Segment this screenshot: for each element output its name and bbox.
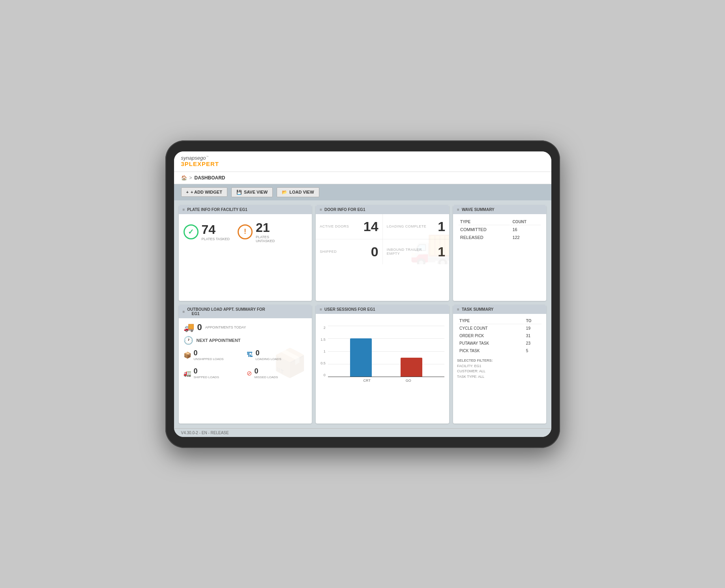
appointments-today-row: 🚚 0 APPOINTMENTS TODAY: [184, 322, 307, 332]
user-sessions-body: 2 1.5 1 0.5 0: [316, 314, 449, 386]
box-icon: 📦: [184, 351, 191, 359]
go-bar-group: [401, 358, 422, 377]
active-doors-cell: ACTIVE DOORS 14: [316, 214, 382, 239]
wave-summary-widget: ≡ WAVE SUMMARY TYPE COUNT COMMITTED16REL…: [453, 205, 546, 301]
main-content: ≡ PLATE INFO FOR FACILITY EG1 ✓ 74 PLATE…: [174, 200, 551, 428]
shipped-truck-icon: 🚛: [184, 370, 191, 377]
wave-table-row: RELEASED122: [459, 234, 541, 241]
wave-summary-header: ≡ WAVE SUMMARY: [453, 205, 546, 214]
y-axis: 2 1.5 1 0.5 0: [320, 326, 328, 377]
logo: synapsego™ 3PLEXPERT: [181, 155, 219, 168]
chart-area: 2 1.5 1 0.5 0: [320, 318, 444, 377]
toolbar: + + ADD WIDGET 💾 SAVE VIEW 📂 LOAD VIEW: [174, 184, 551, 200]
menu-icon: ≡: [457, 207, 459, 212]
untasked-info: 21 PLATESUNTASKED: [256, 220, 275, 244]
wave-summary-body: TYPE COUNT COMMITTED16RELEASED122: [453, 214, 546, 246]
task-col-type: TYPE: [458, 318, 524, 324]
wave-col-count: COUNT: [511, 219, 541, 225]
go-bar: [401, 358, 422, 377]
wave-col-type: TYPE: [459, 219, 510, 225]
user-sessions-widget: ≡ USER SESSIONS FOR EG1 2 1.5 1 0.5 0: [316, 305, 449, 423]
plus-icon: +: [186, 190, 189, 194]
tablet-device: synapsego™ 3PLEXPERT 🏠 > DASHBOARD + + A…: [165, 140, 560, 448]
outbound-load-widget: ≡ OUTBOUND LOAD APPT. SUMMARY FOR EG1 🚚 …: [179, 305, 312, 423]
inbound-trailer-cell: INBOUND TRAILEREMPTY 1: [383, 239, 449, 264]
loads-grid: 📦 📦 0 UNSHIPPED LOADS 🏗 0: [184, 349, 307, 379]
task-table-row: PUTAWAY TASK23: [458, 340, 541, 347]
truck-icon: 🚚: [184, 322, 194, 332]
load-icon: 📂: [282, 190, 287, 195]
unshipped-item: 📦 0 UNSHIPPED LOADS: [184, 349, 244, 361]
plate-info-header: ≡ PLATE INFO FOR FACILITY EG1: [179, 205, 312, 214]
task-table: TYPE TO CYCLE COUNT19ORDER PICK31PUTAWAY…: [457, 317, 542, 355]
menu-icon: ≡: [320, 307, 322, 312]
loading-item: 🏗 0 LOADING LOADS: [247, 349, 307, 361]
tasked-info: 74 PLATES TASKED: [202, 222, 230, 241]
logo-synapse: synapsego™: [181, 155, 219, 161]
plate-info-widget: ≡ PLATE INFO FOR FACILITY EG1 ✓ 74 PLATE…: [179, 205, 312, 301]
menu-icon: ≡: [457, 307, 459, 312]
crt-bar: [350, 338, 372, 377]
untasked-alert-icon: !: [238, 224, 253, 239]
task-summary-body: TYPE TO CYCLE COUNT19ORDER PICK31PUTAWAY…: [453, 314, 546, 383]
crt-label: CRT: [363, 379, 371, 383]
bars-container: [328, 338, 444, 377]
shipped-item: 🚛 0 SHIPPED LOADS: [184, 367, 244, 379]
alert-circle-icon: ⊘: [247, 370, 252, 377]
door-info-body: ACTIVE DOORS 14 SHIPPED 0 🚚 LOADING: [316, 214, 449, 264]
menu-icon: ≡: [320, 207, 322, 212]
user-sessions-header: ≡ USER SESSIONS FOR EG1: [316, 305, 449, 314]
shipped-cell: SHIPPED 0: [316, 239, 382, 264]
logo-3pl: 3PLEXPERT: [181, 161, 219, 168]
outbound-header: ≡ OUTBOUND LOAD APPT. SUMMARY FOR EG1: [179, 305, 312, 318]
outbound-body: 🚚 0 APPOINTMENTS TODAY 🕐 NEXT APPOINTMEN…: [179, 318, 312, 383]
breadcrumb-chevron: >: [189, 175, 192, 181]
missed-item: ⊘ 0 MISSED LOADS: [247, 367, 307, 379]
app-footer: V4.30.0-2 - EN - RELEASE: [174, 428, 551, 437]
breadcrumb: 🏠 > DASHBOARD: [174, 172, 551, 184]
loading-complete-cell: LOADING COMPLETE 1: [383, 214, 449, 239]
task-table-row: ORDER PICK31: [458, 332, 541, 339]
chart-bars: [328, 326, 444, 377]
home-icon: 🏠: [181, 175, 187, 181]
task-summary-widget: ≡ TASK SUMMARY TYPE TO CYCLE COUNT19ORDE…: [453, 305, 546, 423]
plates-tasked-stat: ✓ 74 PLATES TASKED: [184, 222, 230, 241]
menu-icon: ≡: [183, 310, 185, 314]
task-table-row: PICK TASK5: [458, 347, 541, 354]
door-info-widget: ≡ DOOR INFO FOR EG1 ACTIVE DOORS 14 SHIP…: [316, 205, 449, 301]
go-label: GO: [406, 379, 411, 383]
x-axis-labels: CRT GO: [330, 377, 444, 383]
tablet-screen: synapsego™ 3PLEXPERT 🏠 > DASHBOARD + + A…: [174, 151, 551, 437]
menu-icon: ≡: [183, 207, 185, 212]
wave-table: TYPE COUNT COMMITTED16RELEASED122: [458, 218, 541, 242]
breadcrumb-current: DASHBOARD: [195, 175, 225, 181]
plate-info-body: ✓ 74 PLATES TASKED ! 21 PLATESUNTASKED: [179, 214, 312, 250]
crt-bar-group: [350, 338, 372, 377]
add-widget-button[interactable]: + + ADD WIDGET: [181, 187, 227, 197]
plates-untasked-stat: ! 21 PLATESUNTASKED: [238, 220, 275, 244]
task-col-total: TO: [525, 318, 542, 324]
task-summary-header: ≡ TASK SUMMARY: [453, 305, 546, 314]
app-header: synapsego™ 3PLEXPERT: [174, 151, 551, 172]
wave-table-row: COMMITTED16: [459, 226, 541, 233]
save-view-button[interactable]: 💾 SAVE VIEW: [231, 187, 273, 197]
next-appointment-row: 🕐 NEXT APPOINTMENT: [184, 336, 307, 345]
save-icon: 💾: [236, 190, 242, 195]
task-table-row: CYCLE COUNT19: [458, 325, 541, 332]
load-view-button[interactable]: 📂 LOAD VIEW: [277, 187, 319, 197]
clock-icon: 🕐: [184, 336, 193, 345]
filters-section: SELECTED FILTERS: FACILITY: EG1 CUSTOMER…: [457, 358, 542, 379]
tasked-check-icon: ✓: [184, 224, 199, 239]
forklift-icon: 🏗: [247, 351, 253, 358]
door-info-header: ≡ DOOR INFO FOR EG1: [316, 205, 449, 214]
